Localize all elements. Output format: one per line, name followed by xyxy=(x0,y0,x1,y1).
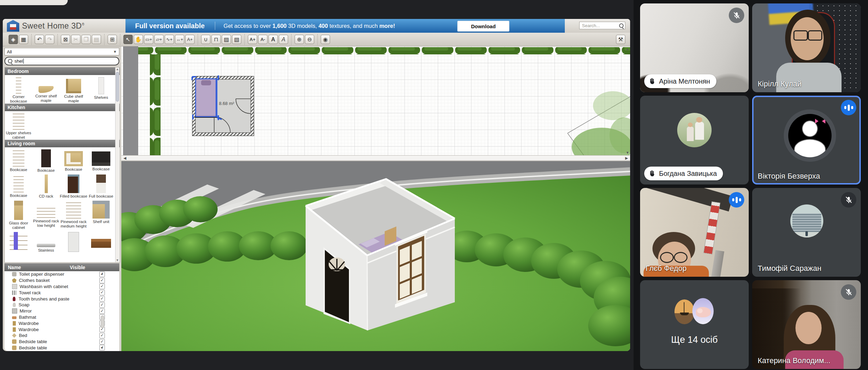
search-icon xyxy=(619,23,624,28)
scroll-down-icon[interactable]: ▼ xyxy=(100,346,105,350)
item-icon xyxy=(12,316,17,319)
italic-button[interactable]: A xyxy=(279,35,288,44)
avatar xyxy=(692,298,714,324)
delete-button[interactable]: ⊠ xyxy=(61,35,70,44)
catalog-item[interactable]: Glass door cabinet xyxy=(5,199,32,230)
furniture-list-scrollbar[interactable]: ▲ ▼ xyxy=(100,272,105,350)
catalog-item[interactable]: Bookcase xyxy=(5,147,32,173)
select-tool-button[interactable]: ↖ xyxy=(123,35,133,44)
decrease-text-size-button[interactable]: A- xyxy=(258,35,267,44)
catalog-item[interactable]: Bookcase xyxy=(60,147,87,173)
overflow-participants-tile[interactable]: Ще 14 осіб xyxy=(640,280,749,369)
catalog-section-header: Living room xyxy=(5,140,120,147)
participant-tile[interactable]: Глєб Федор xyxy=(640,188,749,277)
catalog-item[interactable] xyxy=(60,230,87,253)
increase-text-size-button[interactable]: A+ xyxy=(248,35,257,44)
catalog-item[interactable] xyxy=(87,230,115,253)
create-walls-button[interactable]: ▭+ xyxy=(144,35,153,44)
catalog-item[interactable] xyxy=(5,230,32,253)
catalog-item-thumb xyxy=(66,201,81,219)
zoom-in-button[interactable]: ⊕ xyxy=(295,35,304,44)
view-3d[interactable] xyxy=(121,161,630,351)
glasses xyxy=(674,252,688,263)
catalog-search-input[interactable]: shel xyxy=(4,57,119,65)
cut-button[interactable]: ✂ xyxy=(71,35,80,44)
catalog-item-thumb xyxy=(41,149,51,167)
meet-participants-panel: Аріна Мелтонян Кірілл Кулай Богдана Зави… xyxy=(634,0,868,370)
raised-hand-icon xyxy=(648,170,656,177)
catalog-item[interactable]: Full bookcase xyxy=(87,172,115,199)
catalog-item[interactable]: Stainless xyxy=(32,230,60,253)
scroll-up-icon: ▲ xyxy=(625,47,630,51)
catalog-item[interactable]: Bookcase xyxy=(5,172,32,199)
catalog-item[interactable]: Bookcase xyxy=(32,147,60,173)
catalog-item-thumb xyxy=(91,239,111,248)
home-furniture-list[interactable]: Name Visible Toilet paper dispenser✓ Clo… xyxy=(4,263,119,351)
copy-button[interactable]: ❐ xyxy=(81,35,91,44)
create-rooms-button[interactable]: ▱+ xyxy=(154,35,164,44)
catalog-item[interactable]: Cube shelf maple xyxy=(60,75,87,104)
preferences-button[interactable]: ⚒ xyxy=(616,35,625,44)
scroll-down-icon: ▼ xyxy=(625,151,630,155)
participant-tile[interactable]: Аріна Мелтонян xyxy=(640,3,749,92)
search-icon xyxy=(8,59,12,63)
column-header-visible[interactable]: Visible xyxy=(70,265,85,270)
participant-tile-active-speaker[interactable]: Вікторія Безверха xyxy=(752,96,861,184)
striped-pole-lower xyxy=(711,250,724,277)
catalog-item-thumb xyxy=(16,77,21,94)
avatar xyxy=(674,299,694,324)
scroll-up-icon[interactable]: ▲ xyxy=(100,272,105,276)
participant-name: Катерина Володим... xyxy=(758,356,831,365)
catalog-item[interactable]: Pinewood rack medium height xyxy=(60,199,87,230)
scroll-down-icon[interactable]: ▼ xyxy=(116,258,119,262)
catalog-item[interactable]: Filled bookcase xyxy=(60,172,87,199)
catalog-list[interactable]: Bedroom Corner bookcase Corner shelf map… xyxy=(4,67,120,263)
aerial-view-button[interactable]: ◈ xyxy=(9,35,18,44)
paste-button[interactable]: ▤ xyxy=(92,35,101,44)
scroll-up-icon[interactable]: ▲ xyxy=(116,67,119,71)
zoom-out-button[interactable]: ⊖ xyxy=(305,35,314,44)
redo-button[interactable]: ↷ xyxy=(45,35,54,44)
catalog-item[interactable]: Corner shelf maple xyxy=(32,75,60,104)
item-icon xyxy=(13,321,16,326)
create-text-button[interactable]: A+ xyxy=(185,35,195,44)
item-icon xyxy=(12,333,17,338)
magnetism-button[interactable]: ∪ xyxy=(201,35,210,44)
lock-base-plan-button[interactable]: ⊓ xyxy=(211,35,221,44)
catalog-item-thumb xyxy=(96,175,106,193)
virtual-visit-button[interactable]: ▦ xyxy=(19,35,28,44)
participant-tile[interactable]: Тимофій Саражан xyxy=(752,188,861,277)
participant-tile[interactable]: Кірілл Кулай xyxy=(752,3,861,92)
create-photo-button[interactable]: ◉ xyxy=(321,35,330,44)
catalog-item[interactable]: Bookcase xyxy=(87,147,115,173)
adjust-rooms-button[interactable]: ▧ xyxy=(232,35,241,44)
pan-tool-button[interactable]: ✋ xyxy=(134,35,143,44)
catalog-item[interactable]: Pinewood rack low height xyxy=(32,199,60,230)
participant-tile[interactable]: Катерина Володим... xyxy=(752,280,861,369)
bold-button[interactable]: A xyxy=(268,35,278,44)
catalog-item[interactable]: Shelves xyxy=(87,75,115,104)
plan-horizontal-scrollbar[interactable]: ◀▶ xyxy=(121,155,630,161)
catalog-item-thumb xyxy=(92,201,110,219)
catalog-item[interactable]: Shelf unit xyxy=(87,199,115,230)
catalog-scrollbar[interactable]: ▲ ▼ xyxy=(115,67,119,262)
catalog-item[interactable]: Corner bookcase xyxy=(5,75,32,104)
download-button[interactable]: Download xyxy=(457,21,509,32)
create-dimensions-button[interactable]: ↔+ xyxy=(175,35,184,44)
category-filter-select[interactable]: All ▼ xyxy=(4,48,119,55)
item-icon xyxy=(12,272,17,276)
undo-button[interactable]: ↶ xyxy=(35,35,44,44)
adjust-walls-button[interactable]: ▨ xyxy=(222,35,231,44)
add-furniture-button[interactable]: ⊞ xyxy=(108,35,117,44)
plan-2d-view[interactable]: 8.68 m² xyxy=(121,46,630,155)
item-icon xyxy=(12,278,17,283)
create-polylines-button[interactable]: ∿+ xyxy=(165,35,174,44)
catalog-item[interactable]: CD rack xyxy=(32,172,60,199)
plan-vertical-scrollbar[interactable]: ▲▼ xyxy=(625,47,630,155)
sweethome3d-logo-icon xyxy=(7,20,19,32)
site-search-input[interactable]: Search... xyxy=(579,22,625,29)
catalog-item-thumb xyxy=(39,86,54,93)
participant-tile[interactable]: Богдана Завицька xyxy=(640,96,749,184)
catalog-item[interactable]: Upper shelves cabinet xyxy=(5,111,32,140)
column-header-name[interactable]: Name xyxy=(4,265,70,270)
